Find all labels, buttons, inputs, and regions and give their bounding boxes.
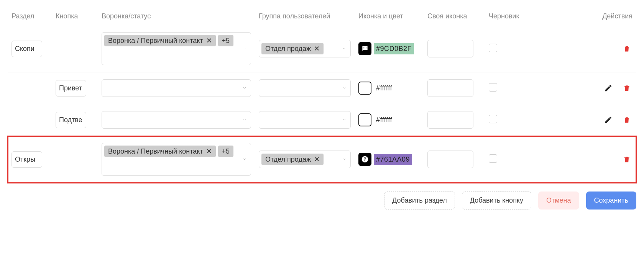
section-input[interactable]: Скопи [12,41,42,57]
chevron-down-icon [342,156,347,164]
cell-section [8,72,52,104]
own-icon-input[interactable] [427,40,473,57]
section-value: Скопи [15,45,34,52]
svg-text:?: ? [363,157,366,162]
cell-group: Отдел продаж ✕ [255,136,355,183]
chevron-down-icon [342,45,347,53]
tag-label: Отдел продаж [265,45,311,52]
funnel-select[interactable]: Воронка / Первичный контакт ✕ +5 [102,143,251,176]
group-select[interactable]: Отдел продаж ✕ [259,40,351,57]
delete-icon[interactable] [621,154,632,165]
button-input[interactable]: Привет [56,80,86,97]
cell-draft [485,25,531,72]
cell-actions [531,136,636,183]
group-select[interactable] [259,79,351,97]
cell-iconcolor: #ffffff [355,72,424,104]
button-value: Привет [59,84,82,92]
cancel-button[interactable]: Отмена [538,192,579,210]
tag-more[interactable]: +5 [218,146,234,157]
table-row: Подтве #ffffff [8,104,636,136]
color-code[interactable]: #ffffff [374,83,394,94]
tag-label: Воронка / Первичный контакт [108,37,203,44]
blank-icon-swatch[interactable] [358,113,371,126]
chevron-down-icon [242,84,247,92]
draft-checkbox[interactable] [489,44,497,52]
draft-checkbox[interactable] [489,115,497,123]
color-code[interactable]: #ffffff [374,115,394,126]
cell-iconcolor: #9CD0B2F [355,25,424,72]
cell-button [52,136,98,183]
section-input[interactable]: Откры [12,151,42,168]
save-button[interactable]: Сохранить [586,192,636,210]
cell-ownicon [424,104,485,136]
cell-draft [485,104,531,136]
svg-point-0 [363,47,364,48]
cell-section: Откры [8,136,52,183]
blank-icon-swatch[interactable] [358,82,371,95]
delete-icon[interactable] [621,43,632,54]
funnel-select[interactable] [102,79,251,97]
tag-chip[interactable]: Воронка / Первичный контакт ✕ [104,146,216,157]
cell-button: Привет [52,72,98,104]
section-value: Откры [15,156,35,163]
cell-section: Скопи [8,25,52,72]
own-icon-input[interactable] [427,111,473,129]
tag-chip[interactable]: Отдел продаж ✕ [261,154,324,165]
cell-iconcolor: #ffffff [355,104,424,136]
own-icon-input[interactable] [427,79,473,97]
tag-label: Воронка / Первичный контакт [108,148,203,155]
edit-icon[interactable] [603,114,614,126]
chevron-down-icon [342,84,347,92]
cell-iconcolor: ? #761AA09 [355,136,424,183]
table-row: Откры Воронка / Первичный контакт ✕ +5 О… [8,136,636,183]
cell-actions [531,72,636,104]
svg-point-2 [366,47,366,48]
chevron-down-icon [242,45,247,53]
funnel-select[interactable] [102,111,251,129]
group-select[interactable] [259,111,351,129]
cell-group [255,104,355,136]
chevron-down-icon [242,156,247,164]
button-value: Подтве [59,116,82,124]
cell-group [255,72,355,104]
cell-funnel [98,72,255,104]
col-header-ownicon: Своя иконка [424,8,485,25]
own-icon-input[interactable] [427,151,473,168]
svg-point-1 [365,47,365,48]
cell-funnel: Воронка / Первичный контакт ✕ +5 [98,136,255,183]
cell-button: Подтве [52,104,98,136]
tag-chip[interactable]: Отдел продаж ✕ [261,43,324,54]
add-section-button[interactable]: Добавить раздел [384,192,455,210]
col-header-section: Раздел [8,8,52,25]
question-icon[interactable]: ? [358,153,371,166]
add-button-button[interactable]: Добавить кнопку [462,192,531,210]
group-select[interactable]: Отдел продаж ✕ [259,151,351,168]
delete-icon[interactable] [621,114,632,126]
edit-icon[interactable] [603,82,614,94]
cell-ownicon [424,25,485,72]
close-icon[interactable]: ✕ [206,148,212,155]
close-icon[interactable]: ✕ [314,156,320,163]
cell-draft [485,72,531,104]
cell-actions [531,104,636,136]
chevron-down-icon [342,116,347,124]
close-icon[interactable]: ✕ [206,37,212,44]
delete-icon[interactable] [621,82,632,94]
settings-table: Раздел Кнопка Воронка/статус Группа поль… [8,8,636,210]
cell-funnel [98,104,255,136]
draft-checkbox[interactable] [489,154,497,163]
tag-chip[interactable]: Воронка / Первичный контакт ✕ [104,35,216,46]
draft-checkbox[interactable] [489,83,497,92]
tag-more[interactable]: +5 [218,35,234,46]
chevron-down-icon [242,116,247,124]
table-row: Скопи Воронка / Первичный контакт ✕ +5 О… [8,25,636,72]
color-code[interactable]: #9CD0B2F [374,43,414,54]
cell-group: Отдел продаж ✕ [255,25,355,72]
chat-icon[interactable] [358,42,371,55]
col-header-iconcolor: Иконка и цвет [355,8,424,25]
funnel-select[interactable]: Воронка / Первичный контакт ✕ +5 [102,32,251,65]
table-row: Привет #ffffff [8,72,636,104]
close-icon[interactable]: ✕ [314,45,320,52]
button-input[interactable]: Подтве [56,112,86,128]
color-code[interactable]: #761AA09 [374,154,412,165]
